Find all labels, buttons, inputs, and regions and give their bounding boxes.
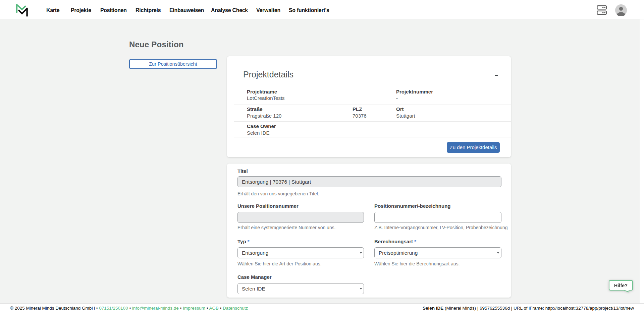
svg-text:Hilfe?: Hilfe? (614, 283, 628, 288)
